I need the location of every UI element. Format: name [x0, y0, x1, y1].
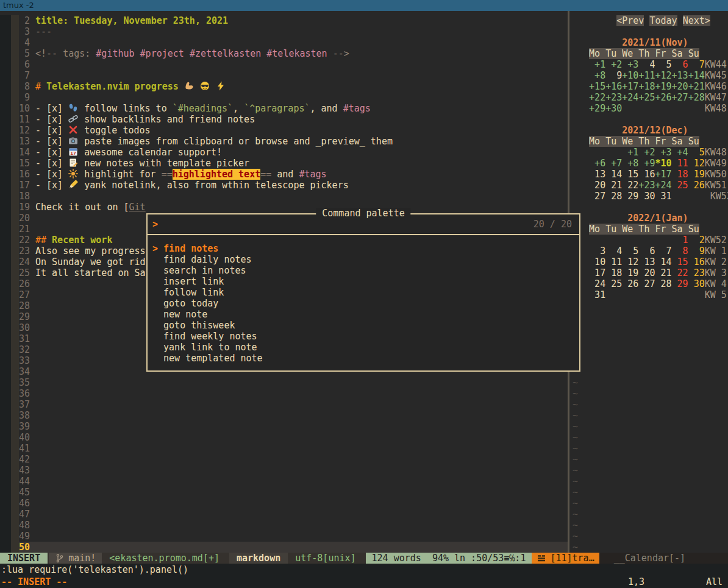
- calendar-day[interactable]: 2: [688, 235, 705, 246]
- palette-item[interactable]: follow link: [148, 287, 579, 298]
- calendar-day[interactable]: 29: [672, 278, 688, 289]
- calendar-day[interactable]: +1: [589, 59, 605, 70]
- calendar-day[interactable]: +13: [672, 70, 688, 81]
- calendar-day[interactable]: 22: [622, 180, 638, 191]
- calendar-day[interactable]: 22: [672, 267, 688, 278]
- buffer-line[interactable]: 36: [0, 388, 569, 399]
- calendar-day[interactable]: 21: [655, 267, 671, 278]
- calendar-day[interactable]: +3: [655, 147, 671, 158]
- calendar-day[interactable]: +15: [589, 81, 605, 92]
- calendar-day[interactable]: 30: [688, 278, 705, 289]
- calendar-day[interactable]: +10: [622, 70, 638, 81]
- buffer-line[interactable]: 16- [x] highlight for ==highlighted text…: [0, 169, 569, 180]
- calendar-day[interactable]: +22: [589, 92, 605, 103]
- buffer-line[interactable]: 50: [0, 542, 569, 553]
- palette-item[interactable]: insert link: [148, 276, 579, 287]
- calendar-day[interactable]: 5: [688, 147, 705, 158]
- calendar-day[interactable]: 7: [688, 59, 705, 70]
- calendar-day[interactable]: 20: [589, 180, 605, 191]
- palette-item[interactable]: find weekly notes: [148, 331, 579, 342]
- calendar-day[interactable]: 16: [638, 169, 655, 180]
- calendar-day[interactable]: 11: [605, 257, 622, 267]
- calendar-day[interactable]: +1: [622, 147, 638, 158]
- calendar-day[interactable]: 13: [589, 169, 605, 180]
- calendar-day[interactable]: +28: [688, 92, 705, 103]
- calendar-day[interactable]: +21: [688, 81, 705, 92]
- calendar-day[interactable]: 27: [638, 278, 655, 289]
- calendar-day[interactable]: 19: [688, 169, 705, 180]
- calendar-day[interactable]: 9: [605, 70, 622, 81]
- buffer-line[interactable]: 35: [0, 377, 569, 388]
- calendar-today-button[interactable]: Today: [649, 15, 677, 26]
- calendar-prev-button[interactable]: <Prev: [616, 15, 644, 26]
- calendar-day[interactable]: 15: [622, 169, 638, 180]
- calendar-day[interactable]: +25: [638, 92, 655, 103]
- calendar-day[interactable]: 26: [688, 180, 705, 191]
- calendar-day[interactable]: +8: [589, 70, 605, 81]
- buffer-line[interactable]: 46: [0, 498, 569, 509]
- palette-item[interactable]: new templated note: [148, 353, 579, 364]
- calendar-day[interactable]: 19: [622, 267, 638, 278]
- calendar-day[interactable]: 4: [638, 59, 655, 70]
- calendar-day[interactable]: +7: [605, 158, 622, 169]
- calendar-day[interactable]: 27: [589, 191, 605, 202]
- buffer-line[interactable]: 19Check it out on [Git: [0, 202, 569, 213]
- calendar-day[interactable]: 31: [655, 191, 671, 202]
- buffer-line[interactable]: 42: [0, 454, 569, 465]
- buffer-line[interactable]: 14- [x] 17 awesome calendar support!: [0, 147, 569, 158]
- calendar-day[interactable]: +19: [655, 81, 671, 92]
- calendar-day[interactable]: 6: [672, 59, 688, 70]
- calendar-day[interactable]: *10: [655, 158, 671, 169]
- buffer-line[interactable]: 45: [0, 487, 569, 498]
- buffer-line[interactable]: 2title: Tuesday, November 23th, 2021: [0, 15, 569, 26]
- calendar-next-button[interactable]: Next>: [683, 15, 710, 26]
- calendar-day[interactable]: 25: [672, 180, 688, 191]
- buffer-line[interactable]: 43: [0, 465, 569, 476]
- calendar-day[interactable]: 1: [672, 235, 688, 246]
- calendar-day[interactable]: 30: [638, 191, 655, 202]
- calendar-day[interactable]: 18: [605, 267, 622, 278]
- calendar-day[interactable]: +20: [672, 81, 688, 92]
- calendar-day[interactable]: 11: [672, 158, 688, 169]
- calendar-day[interactable]: +26: [655, 92, 671, 103]
- calendar-day[interactable]: 3: [589, 246, 605, 257]
- calendar-day[interactable]: 7: [655, 246, 671, 257]
- calendar-day[interactable]: 14: [605, 169, 622, 180]
- calendar-day[interactable]: 14: [655, 257, 671, 267]
- buffer-line[interactable]: 4: [0, 37, 569, 48]
- buffer-line[interactable]: 37: [0, 399, 569, 410]
- calendar-day[interactable]: +30: [605, 103, 622, 114]
- palette-item[interactable]: search in notes: [148, 265, 579, 276]
- calendar-day[interactable]: +23: [638, 180, 655, 191]
- calendar-day[interactable]: 24: [589, 278, 605, 289]
- calendar-day[interactable]: +27: [672, 92, 688, 103]
- command-line[interactable]: :lua require('telekasten').panel(): [0, 564, 728, 576]
- calendar-day[interactable]: 17: [589, 267, 605, 278]
- palette-item[interactable]: goto today: [148, 298, 579, 309]
- calendar-day[interactable]: 4: [605, 246, 622, 257]
- calendar-day[interactable]: 28: [655, 278, 671, 289]
- calendar-day[interactable]: 25: [605, 278, 622, 289]
- calendar-day[interactable]: 31: [589, 289, 605, 300]
- buffer-line[interactable]: 10- [x] follow links to `#headings`, `^p…: [0, 103, 569, 114]
- calendar-day[interactable]: 21: [605, 180, 622, 191]
- buffer-line[interactable]: 49: [0, 531, 569, 542]
- calendar-day[interactable]: +29: [589, 103, 605, 114]
- calendar-day[interactable]: +14: [688, 70, 705, 81]
- calendar-day[interactable]: 10: [589, 257, 605, 267]
- calendar-day[interactable]: +2: [605, 59, 622, 70]
- calendar-day[interactable]: +8: [622, 158, 638, 169]
- calendar-day[interactable]: 28: [605, 191, 622, 202]
- buffer-line[interactable]: 41: [0, 443, 569, 454]
- calendar-day[interactable]: 9: [688, 246, 705, 257]
- calendar-day[interactable]: 6: [638, 246, 655, 257]
- calendar-day[interactable]: +3: [622, 59, 638, 70]
- buffer-line[interactable]: 44: [0, 476, 569, 487]
- calendar-day[interactable]: 15: [672, 257, 688, 267]
- calendar-day[interactable]: +6: [589, 158, 605, 169]
- calendar-day[interactable]: 5: [655, 59, 671, 70]
- calendar-day[interactable]: +12: [655, 70, 671, 81]
- buffer-line[interactable]: 15- [x] new notes with template picker: [0, 158, 569, 169]
- buffer-line[interactable]: 38: [0, 410, 569, 421]
- calendar-day[interactable]: 5: [622, 246, 638, 257]
